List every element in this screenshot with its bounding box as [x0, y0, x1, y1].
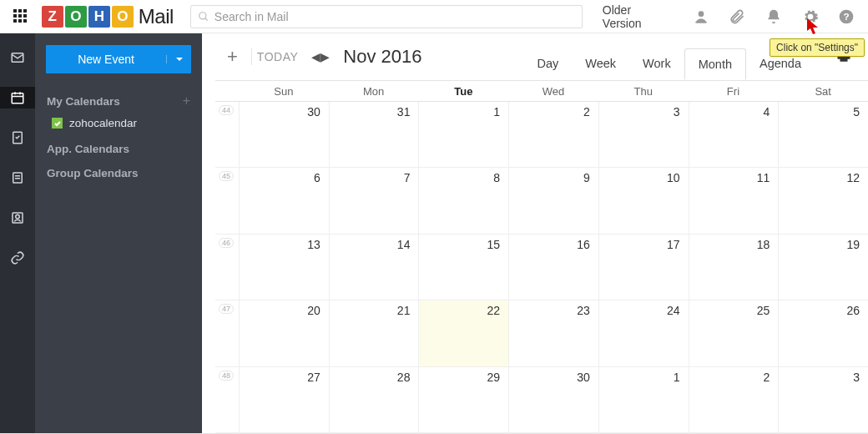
day-cell[interactable]: 7 [329, 168, 419, 233]
day-cell[interactable]: 15 [418, 235, 508, 300]
day-cell[interactable]: 5 [778, 102, 868, 167]
day-cell[interactable]: 4 [689, 102, 779, 167]
rail-tasks-icon[interactable] [0, 127, 35, 149]
day-cell[interactable]: 3 [598, 102, 689, 167]
apps-launcher-icon[interactable] [13, 9, 28, 24]
view-tab-week[interactable]: Week [572, 48, 629, 80]
main: New Event My Calendars + zohocalendar Ap… [0, 33, 868, 433]
day-cell[interactable]: 23 [508, 300, 598, 366]
day-cell[interactable]: 30 [508, 367, 598, 432]
day-cell[interactable]: 30 [239, 102, 329, 167]
rail-calendar-icon[interactable] [0, 87, 35, 108]
svg-point-15 [16, 214, 20, 219]
day-cell[interactable]: 9 [508, 168, 598, 233]
day-cell[interactable]: 8 [418, 168, 508, 233]
day-cell[interactable]: 22 [418, 300, 508, 366]
day-cell[interactable]: 24 [598, 300, 689, 366]
day-number: 20 [307, 304, 320, 317]
rail-contacts-icon[interactable] [0, 207, 35, 229]
sidebar: New Event My Calendars + zohocalendar Ap… [35, 33, 202, 433]
logo-letter: Z [42, 6, 63, 28]
svg-point-0 [199, 12, 206, 18]
view-tab-work[interactable]: Work [629, 48, 684, 80]
svg-text:?: ? [844, 11, 850, 22]
sidebar-section-group-calendars[interactable]: Group Calendars [35, 159, 202, 183]
sidebar-section-my-calendars[interactable]: My Calendars + [35, 85, 202, 112]
day-cell[interactable]: 16 [508, 235, 598, 300]
today-button[interactable]: TODAY [251, 48, 298, 65]
calendar-checkbox-icon[interactable] [52, 118, 63, 129]
new-event-button[interactable]: New Event [46, 45, 191, 73]
view-tab-day[interactable]: Day [524, 48, 573, 80]
add-event-icon[interactable]: + [227, 46, 238, 68]
day-cell[interactable]: 14 [329, 235, 419, 300]
day-cell[interactable]: 19 [778, 235, 868, 300]
day-cell[interactable]: 10 [598, 168, 689, 233]
help-icon[interactable]: ? [831, 0, 861, 33]
prev-month-icon[interactable]: ◀ [311, 50, 320, 63]
day-cell[interactable]: 20 [239, 300, 329, 366]
sidebar-item-calendar[interactable]: zohocalendar [35, 112, 202, 134]
day-cell[interactable]: 18 [689, 235, 779, 300]
dow-label: Sat [778, 81, 868, 101]
day-cell[interactable]: 1 [598, 367, 689, 432]
day-cell[interactable]: 11 [689, 168, 779, 233]
day-cell[interactable]: 17 [598, 235, 689, 300]
day-cell[interactable]: 31 [329, 102, 419, 167]
day-number: 16 [577, 238, 590, 251]
day-number: 6 [314, 171, 320, 184]
day-cell[interactable]: 21 [329, 300, 419, 366]
day-number: 4 [764, 105, 770, 119]
day-number: 22 [487, 304, 501, 317]
day-number: 15 [487, 238, 501, 251]
settings-icon[interactable] [795, 0, 825, 33]
week-number: 48 [215, 367, 239, 432]
search-input[interactable]: Search in Mail [190, 5, 583, 28]
day-cell[interactable]: 2 [689, 367, 779, 432]
add-calendar-icon[interactable]: + [183, 93, 190, 108]
week-row: 44303112345 [215, 102, 868, 168]
prev-next-nav: ◀ ▶ [311, 50, 330, 63]
logo-mail-text: Mail [139, 5, 174, 28]
new-event-dropdown[interactable] [166, 55, 191, 63]
day-cell[interactable]: 1 [418, 102, 508, 167]
week-number: 46 [215, 235, 239, 300]
day-number: 12 [846, 171, 860, 184]
attachments-icon[interactable] [722, 0, 752, 33]
week-number: 45 [215, 168, 239, 233]
day-number: 28 [397, 371, 411, 384]
notifications-icon[interactable] [759, 0, 789, 33]
svg-rect-6 [12, 93, 23, 103]
search-placeholder: Search in Mail [214, 10, 289, 23]
day-cell[interactable]: 26 [778, 300, 868, 366]
week-row: 4613141516171819 [215, 235, 868, 300]
rail-mail-icon[interactable] [0, 47, 35, 68]
day-cell[interactable]: 2 [508, 102, 598, 167]
older-version-link[interactable]: Older Version [596, 3, 679, 30]
logo-letter: O [112, 6, 134, 28]
day-number: 23 [577, 304, 590, 317]
day-cell[interactable]: 13 [239, 235, 329, 300]
calendar-title: Nov 2016 [343, 46, 421, 68]
sidebar-section-app-calendars[interactable]: App. Calendars [35, 134, 202, 159]
day-cell[interactable]: 6 [239, 168, 329, 233]
dow-label: Wed [508, 81, 598, 101]
dow-header: SunMonTueWedThuFriSat [215, 80, 868, 102]
week-row: 4720212223242526 [215, 300, 868, 366]
day-cell[interactable]: 29 [418, 367, 508, 432]
contacts-icon[interactable] [686, 0, 716, 33]
day-number: 1 [674, 371, 680, 384]
day-cell[interactable]: 25 [689, 300, 779, 366]
day-cell[interactable]: 12 [778, 168, 868, 233]
day-number: 17 [667, 238, 680, 251]
next-month-icon[interactable]: ▶ [320, 50, 330, 63]
day-number: 29 [487, 371, 501, 384]
view-tab-month[interactable]: Month [684, 48, 746, 80]
rail-links-icon[interactable] [0, 247, 35, 269]
day-cell[interactable]: 27 [239, 367, 329, 432]
day-cell[interactable]: 28 [329, 367, 419, 432]
day-number: 1 [493, 105, 500, 119]
day-cell[interactable]: 3 [778, 367, 868, 432]
rail-notes-icon[interactable] [0, 167, 35, 189]
day-number: 24 [667, 304, 680, 317]
